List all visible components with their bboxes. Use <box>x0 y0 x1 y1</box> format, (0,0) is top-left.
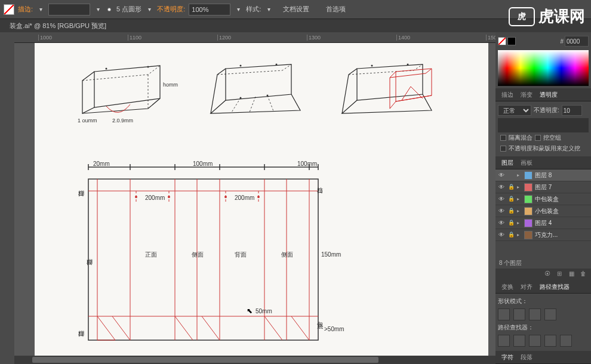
layer-row[interactable]: 👁🔒▸图层 7 <box>495 181 591 193</box>
opacity-input-panel[interactable] <box>562 105 582 116</box>
tab-transform[interactable]: 变换 <box>499 283 516 291</box>
opacity-mask-note: 不透明度和蒙版用来定义挖 <box>509 144 580 153</box>
layer-name-label: 小包装盒 <box>535 207 559 215</box>
ruler-tick: 1200 <box>217 35 231 41</box>
color-hex-input[interactable] <box>565 36 589 47</box>
style-chev[interactable]: ▾ <box>264 6 273 13</box>
opacity-mask-checkbox[interactable] <box>500 146 506 152</box>
delete-layer-icon[interactable]: 🗑 <box>579 270 587 279</box>
layer-color-swatch <box>524 183 532 192</box>
layer-count-label: 8 个图层 <box>495 258 591 269</box>
box-sketches: 1 oumm 2.0.9mm hommm <box>76 54 441 125</box>
fill-swatch-panel[interactable] <box>498 37 506 45</box>
layers-panel: 👁▸图层 8👁🔒▸图层 7👁🔒▸中包装盒👁🔒▸小包装盒👁🔒▸图层 4👁🔒▸巧克力… <box>495 169 591 280</box>
stroke-weight-input[interactable] <box>48 4 90 16</box>
pf-exclude-icon[interactable] <box>544 309 556 320</box>
tab-pathfinder[interactable]: 路径查找器 <box>537 283 572 291</box>
isolate-checkbox[interactable] <box>500 135 506 141</box>
new-layer-icon[interactable]: ▦ <box>567 270 575 279</box>
tab-gradient[interactable]: 渐变 <box>518 91 535 99</box>
locate-layer-icon[interactable]: ⦿ <box>543 270 552 279</box>
artboard: 1 oumm 2.0.9mm hommm <box>35 43 488 364</box>
stroke-label: 描边: <box>18 5 33 14</box>
layer-expand-icon[interactable]: ▸ <box>517 196 522 202</box>
layer-color-swatch <box>524 195 532 203</box>
tab-layers[interactable]: 图层 <box>499 159 516 167</box>
layer-expand-icon[interactable]: ▸ <box>517 220 522 226</box>
layer-expand-icon[interactable]: ▸ <box>517 232 522 237</box>
prefs-button[interactable]: 首选项 <box>319 3 352 16</box>
tab-paragraph[interactable]: 段落 <box>518 353 535 362</box>
pf-outline-icon[interactable] <box>560 335 572 347</box>
blend-mode-select[interactable]: 正常 <box>498 105 531 116</box>
svg-text:包 底: 包 底 <box>317 316 324 329</box>
tab-stroke[interactable]: 描边 <box>499 91 516 99</box>
document-tab[interactable]: 装盒.ai* @ 81% [RGB/GPU 预览] <box>4 21 112 30</box>
svg-text:糊 口: 糊 口 <box>87 254 93 266</box>
fill-swatch[interactable] <box>4 4 14 15</box>
layer-row[interactable]: 👁🔒▸图层 4 <box>495 217 591 229</box>
knockout-checkbox[interactable] <box>535 135 541 141</box>
stroke-dash-chev[interactable]: ▾ <box>145 6 153 13</box>
layer-visibility-icon[interactable]: 👁 <box>498 232 505 239</box>
stroke-weight-chev[interactable]: ▾ <box>36 6 45 13</box>
pf-divide-icon[interactable] <box>498 335 510 347</box>
opacity-chev[interactable]: ▾ <box>234 6 242 13</box>
layer-visibility-icon[interactable]: 👁 <box>498 196 505 203</box>
layer-lock-icon[interactable]: 🔒 <box>507 232 515 239</box>
tab-align[interactable]: 对齐 <box>518 283 535 291</box>
pf-merge-icon[interactable] <box>529 335 541 347</box>
pf-unite-icon[interactable] <box>498 309 510 320</box>
layer-visibility-icon[interactable]: 👁 <box>498 208 505 215</box>
layer-lock-icon[interactable] <box>507 172 515 179</box>
doc-setup-button[interactable]: 文档设置 <box>276 3 316 16</box>
layer-expand-icon[interactable]: ▸ <box>517 208 522 214</box>
control-bar: 描边: ▾ ▾ 5 点圆形 ▾ 不透明度: ▾ 样式: ▾ 文档设置 首选项 <box>0 0 591 19</box>
pf-intersect-icon[interactable] <box>529 309 541 320</box>
stroke-swatch-panel[interactable] <box>507 37 516 45</box>
tab-character[interactable]: 字符 <box>499 353 516 362</box>
layer-row[interactable]: 👁🔒▸巧克力... <box>495 229 591 241</box>
layer-name-label: 图层 7 <box>535 183 552 192</box>
stroke-dash-swatch[interactable] <box>107 8 111 11</box>
opacity-mask-preview[interactable] <box>498 118 589 132</box>
layer-lock-icon[interactable]: 🔒 <box>507 196 515 203</box>
layer-name-label: 图层 8 <box>535 171 552 180</box>
svg-point-7 <box>240 97 242 99</box>
layer-lock-icon[interactable]: 🔒 <box>507 220 515 227</box>
canvas-scrollbar-h[interactable] <box>14 356 495 364</box>
layer-lock-icon[interactable]: 🔒 <box>507 208 515 215</box>
layer-visibility-icon[interactable]: 👁 <box>498 172 505 179</box>
pf-minus-front-icon[interactable] <box>513 309 525 320</box>
pf-crop-icon[interactable] <box>544 335 556 347</box>
scrollbar-thumb[interactable] <box>32 357 378 363</box>
tab-artboards[interactable]: 画板 <box>518 159 535 167</box>
watermark-logo: 虎 虎课网 <box>509 6 585 27</box>
color-panel: # <box>495 32 591 88</box>
layer-visibility-icon[interactable]: 👁 <box>498 184 505 191</box>
layer-row[interactable]: 👁▸图层 8 <box>495 169 591 181</box>
canvas[interactable]: 1000 1100 1200 1300 1400 1500 1 ou <box>14 32 495 364</box>
layer-expand-icon[interactable]: ▸ <box>517 172 522 178</box>
pf-trim-icon[interactable] <box>513 335 525 347</box>
layer-lock-icon[interactable]: 🔒 <box>507 184 515 191</box>
document-tab-bar: 装盒.ai* @ 81% [RGB/GPU 预览] <box>0 19 591 32</box>
layer-expand-icon[interactable]: ▸ <box>517 184 522 190</box>
pathfinder-panel: 形状模式： 路径查找器： <box>495 294 591 351</box>
layer-name-label: 中包装盒 <box>535 195 559 203</box>
style-label: 样式: <box>246 5 261 14</box>
layer-visibility-icon[interactable]: 👁 <box>498 220 505 227</box>
isolate-label: 隔离混合 <box>509 134 532 142</box>
layer-name-label: 巧克力... <box>535 231 558 239</box>
layer-row[interactable]: 👁🔒▸中包装盒 <box>495 193 591 205</box>
watermark-text: 虎课网 <box>538 6 585 27</box>
stroke-profile-chev[interactable]: ▾ <box>94 6 102 13</box>
color-spectrum[interactable] <box>498 50 589 86</box>
tab-transparency[interactable]: 透明度 <box>537 91 560 99</box>
new-sublayer-icon[interactable]: ⊞ <box>555 270 564 279</box>
layer-row[interactable]: 👁🔒▸小包装盒 <box>495 205 591 217</box>
opacity-input[interactable] <box>189 4 230 16</box>
opacity-label: 不透明度: <box>157 5 185 14</box>
box-sketch-1: 1 oumm 2.0.9mm hommm <box>76 54 178 125</box>
layer-list: 👁▸图层 8👁🔒▸图层 7👁🔒▸中包装盒👁🔒▸小包装盒👁🔒▸图层 4👁🔒▸巧克力… <box>495 169 591 258</box>
